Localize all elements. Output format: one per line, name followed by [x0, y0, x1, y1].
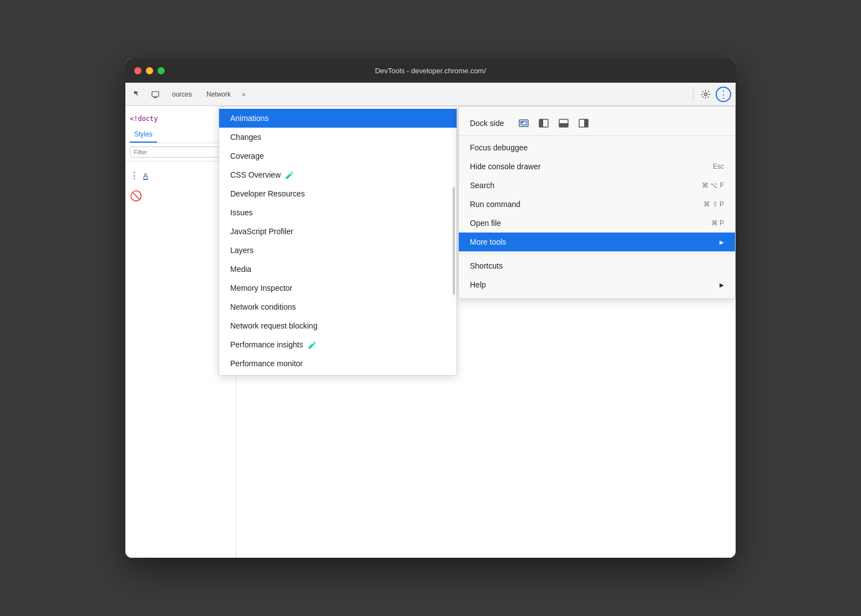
- svg-rect-9: [559, 123, 568, 127]
- run-command-label: Run command: [470, 200, 520, 209]
- traffic-lights: [134, 67, 165, 74]
- memory-inspector-label: Memory Inspector: [230, 284, 292, 292]
- menu-item-more-tools[interactable]: More tools ▶: [459, 233, 735, 251]
- search-label: Search: [470, 181, 494, 190]
- svg-point-2: [705, 93, 707, 95]
- more-tools-label: More tools: [470, 238, 506, 246]
- flask-icon-2: 🧪: [308, 341, 317, 349]
- submenu-item-performance-monitor[interactable]: Performance monitor: [219, 354, 457, 373]
- network-conditions-label: Network conditions: [230, 302, 296, 311]
- help-label: Help: [470, 280, 486, 289]
- title-bar: DevTools - developer.chrome.com/: [125, 58, 736, 83]
- svg-rect-11: [584, 119, 588, 127]
- submenu-item-memory-inspector[interactable]: Memory Inspector: [219, 279, 457, 297]
- dock-bottom-button[interactable]: [557, 117, 570, 130]
- hide-console-drawer-label: Hide console drawer: [470, 162, 541, 171]
- filter-input[interactable]: [130, 147, 231, 158]
- settings-button[interactable]: [698, 87, 713, 102]
- run-command-shortcut: ⌘ ⇧ P: [703, 200, 724, 208]
- more-options-button[interactable]: ⋮: [716, 87, 731, 102]
- svg-rect-7: [539, 119, 543, 127]
- submenu-item-performance-insights[interactable]: Performance insights 🧪: [219, 335, 457, 354]
- submenu-item-issues[interactable]: Issues: [219, 203, 457, 222]
- menu-item-focus-debuggee[interactable]: Focus debuggee: [459, 138, 735, 157]
- open-file-shortcut: ⌘ P: [711, 219, 724, 227]
- network-request-blocking-label: Network request blocking: [230, 321, 317, 330]
- submenu-item-media[interactable]: Media: [219, 260, 457, 279]
- open-file-label: Open file: [470, 219, 501, 228]
- submenu-item-changes[interactable]: Changes: [219, 128, 457, 147]
- submenu-item-network-request-blocking[interactable]: Network request blocking: [219, 316, 457, 335]
- submenu-item-network-conditions[interactable]: Network conditions: [219, 297, 457, 316]
- issues-label: Issues: [230, 208, 252, 217]
- inspect-element-button[interactable]: [130, 87, 145, 102]
- tab-network[interactable]: Network: [200, 88, 237, 100]
- media-label: Media: [230, 265, 251, 274]
- menu-item-run-command[interactable]: Run command ⌘ ⇧ P: [459, 195, 735, 214]
- more-tools-submenu[interactable]: Animations Changes Coverage CSS Overview…: [219, 106, 457, 376]
- coverage-label: Coverage: [230, 152, 264, 160]
- toolbar-tabs: ources Network »: [165, 88, 688, 100]
- performance-monitor-label: Performance monitor: [230, 359, 303, 368]
- tab-sources[interactable]: ources: [165, 88, 199, 100]
- submenu-item-css-overview[interactable]: CSS Overview 🧪: [219, 165, 457, 184]
- dock-label: Dock side: [470, 119, 504, 128]
- flask-icon: 🧪: [285, 171, 294, 179]
- hide-console-drawer-shortcut: Esc: [713, 163, 724, 170]
- layers-label: Layers: [230, 246, 254, 255]
- submenu-item-coverage[interactable]: Coverage: [219, 147, 457, 165]
- css-overview-label: CSS Overview: [230, 170, 281, 179]
- svg-rect-5: [521, 122, 526, 125]
- tab-overflow-button[interactable]: »: [239, 88, 249, 100]
- more-tools-arrow-icon: ▶: [720, 239, 724, 245]
- animations-label: Animations: [230, 114, 269, 123]
- main-menu[interactable]: Dock side: [458, 106, 736, 299]
- developer-resources-label: Developer Resources: [230, 189, 305, 198]
- device-toolbar-button[interactable]: [148, 87, 163, 102]
- devtools-body: ources Network » ⋮ <!docty: [125, 83, 736, 558]
- menu-item-help[interactable]: Help ▶: [459, 275, 735, 294]
- devtools-window: DevTools - developer.chrome.com/ ources …: [125, 58, 736, 558]
- toolbar-divider: [693, 88, 693, 101]
- focus-debuggee-label: Focus debuggee: [470, 143, 528, 152]
- menu-item-hide-console-drawer[interactable]: Hide console drawer Esc: [459, 157, 735, 176]
- minimize-button[interactable]: [146, 67, 153, 74]
- menu-item-search[interactable]: Search ⌘ ⌥ F: [459, 176, 735, 195]
- dock-right-button[interactable]: [577, 117, 590, 130]
- submenu-item-animations[interactable]: Animations: [219, 109, 457, 128]
- changes-label: Changes: [230, 133, 261, 142]
- performance-insights-label: Performance insights: [230, 340, 303, 349]
- shortcuts-label: Shortcuts: [470, 261, 503, 270]
- dock-section: Dock side: [459, 111, 735, 136]
- window-title: DevTools - developer.chrome.com/: [375, 67, 486, 75]
- toolbar: ources Network » ⋮: [125, 83, 736, 106]
- search-shortcut: ⌘ ⌥ F: [702, 181, 724, 189]
- dock-icons: [517, 117, 590, 130]
- dock-undock-button[interactable]: [517, 117, 530, 130]
- submenu-item-js-profiler[interactable]: JavaScript Profiler: [219, 222, 457, 241]
- main-area: <!docty Styles ⋮ A 🚫: [125, 106, 736, 558]
- js-profiler-label: JavaScript Profiler: [230, 227, 293, 236]
- svg-rect-0: [152, 92, 159, 97]
- toolbar-right: ⋮: [691, 87, 731, 102]
- submenu-item-developer-resources[interactable]: Developer Resources: [219, 184, 457, 203]
- submenu-item-layers[interactable]: Layers: [219, 241, 457, 260]
- block-icon: 🚫: [130, 190, 142, 202]
- maximize-button[interactable]: [158, 67, 165, 74]
- menu-item-shortcuts[interactable]: Shortcuts: [459, 256, 735, 275]
- dock-left-button[interactable]: [537, 117, 550, 130]
- menu-item-open-file[interactable]: Open file ⌘ P: [459, 214, 735, 233]
- close-button[interactable]: [134, 67, 141, 74]
- three-dot-icon[interactable]: ⋮: [130, 170, 139, 181]
- menu-divider: [459, 254, 735, 254]
- help-arrow-icon: ▶: [720, 282, 724, 288]
- text-icon[interactable]: A: [143, 171, 148, 180]
- svg-rect-1: [154, 97, 157, 98]
- tab-styles[interactable]: Styles: [130, 127, 157, 143]
